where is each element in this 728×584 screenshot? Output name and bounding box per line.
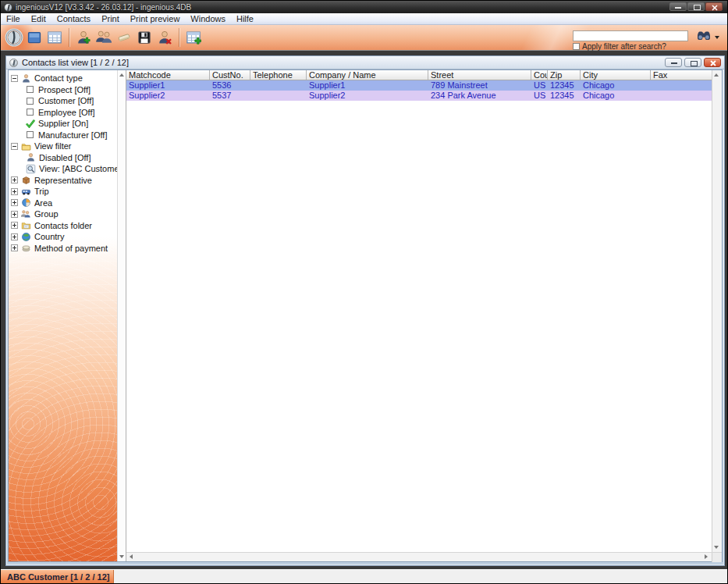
cell-city: Chicago — [581, 80, 651, 91]
table-hscrollbar[interactable] — [126, 552, 722, 561]
child-close-button[interactable] — [704, 58, 721, 67]
column-header-company-name[interactable]: Company / Name — [307, 70, 428, 80]
tree-scrollbar[interactable] — [117, 70, 126, 561]
tree-group-contacts-folder[interactable]: Contacts folder — [9, 220, 117, 232]
cell-zip: 12345 — [548, 91, 581, 101]
table-scroll-left-icon[interactable] — [130, 554, 133, 559]
magnifier-icon — [26, 164, 37, 174]
tree-group-group[interactable]: Group — [9, 208, 117, 220]
checkbox-icon[interactable] — [27, 86, 34, 93]
table-row[interactable]: Supplier15536Supplier1789 MainstreetUS12… — [126, 80, 712, 91]
tree-item-view-abc-customer-[interactable]: View: [ABC Customer] — [9, 163, 117, 175]
expand-icon[interactable] — [11, 211, 18, 218]
tree-group-country[interactable]: Country — [9, 231, 117, 243]
collapse-icon[interactable] — [11, 143, 18, 150]
mdi-area: Contacts list view [1 / 2 / 12] Contact … — [1, 51, 727, 569]
minimize-button[interactable] — [669, 2, 687, 11]
tree-item-customer-off-[interactable]: Customer [Off] — [9, 95, 117, 107]
delete-contact-button[interactable] — [154, 27, 175, 48]
search-input[interactable] — [573, 30, 688, 41]
collapse-icon[interactable] — [11, 75, 18, 82]
table-body: Supplier15536Supplier1789 MainstreetUS12… — [126, 80, 712, 552]
menu-print-preview[interactable]: Print preview — [125, 13, 186, 24]
list-view-button[interactable] — [24, 27, 44, 48]
column-header-matchcode[interactable]: Matchcode — [126, 70, 210, 80]
menu-contacts[interactable]: Contacts — [51, 13, 96, 24]
table-scroll-down-icon[interactable] — [714, 546, 719, 549]
search-dropdown-caret-icon[interactable] — [715, 36, 719, 39]
tree-item-disabled-off-[interactable]: Disabled [Off] — [9, 152, 117, 164]
tree-group-label: Group — [34, 209, 59, 219]
checkbox-icon[interactable] — [27, 131, 34, 138]
cell-custno-: 5537 — [210, 91, 250, 101]
menu-edit[interactable]: Edit — [26, 13, 51, 24]
table-view-button[interactable] — [44, 27, 65, 48]
save-button[interactable] — [134, 27, 154, 48]
eraser-button[interactable] — [114, 27, 134, 48]
menu-hilfe[interactable]: Hilfe — [231, 13, 259, 24]
child-window-icon — [9, 59, 18, 67]
tree-item-label: Manufacturer [Off] — [38, 130, 107, 140]
expand-icon[interactable] — [11, 222, 18, 229]
tree-group-label: Country — [34, 232, 65, 241]
toolbar-separator — [179, 28, 179, 47]
column-header-street[interactable]: Street — [428, 70, 531, 80]
expand-icon[interactable] — [11, 188, 18, 195]
close-button[interactable] — [705, 2, 723, 11]
new-list-button[interactable] — [183, 27, 204, 48]
table-scroll-up-icon[interactable] — [714, 73, 719, 77]
tree-group-representative[interactable]: Representative — [9, 175, 117, 187]
tree-group-trip[interactable]: Trip — [9, 186, 117, 198]
tree-item-employee-off-[interactable]: Employee [Off] — [9, 107, 117, 119]
car-icon — [21, 187, 32, 197]
tree-group-label: Method of payment — [34, 244, 108, 253]
add-contact-button[interactable] — [73, 27, 94, 48]
child-titlebar[interactable]: Contacts list view [1 / 2 / 12] — [6, 56, 724, 69]
globe-icon — [21, 232, 32, 242]
contacts-table: MatchcodeCustNo.TelephoneCompany / NameS… — [126, 70, 722, 561]
column-header-custno-[interactable]: CustNo. — [210, 70, 250, 80]
search-button[interactable] — [696, 30, 719, 45]
tree-group-area[interactable]: Area — [9, 198, 117, 209]
tree-group-method-of-payment[interactable]: Method of payment — [9, 243, 117, 255]
expand-icon[interactable] — [11, 199, 18, 206]
table-row[interactable]: Supplier25537Supplier2234 Park AvenueUS1… — [126, 91, 712, 101]
menu-windows[interactable]: Windows — [185, 13, 231, 24]
column-header-coun[interactable]: Coun — [531, 70, 548, 80]
checkbox-icon[interactable] — [27, 109, 34, 116]
expand-icon[interactable] — [11, 176, 18, 183]
tree-scroll-up-icon[interactable] — [119, 73, 124, 77]
menu-print[interactable]: Print — [96, 13, 125, 24]
checkbox-icon[interactable] — [27, 98, 34, 105]
status-view-tab[interactable]: ABC Customer [1 / 2 / 12] — [1, 570, 114, 583]
window-controls — [669, 2, 723, 11]
tree-group-view-filter[interactable]: View filter — [9, 141, 117, 152]
apply-filter-checkbox[interactable] — [573, 43, 580, 50]
cell-coun: US — [531, 80, 548, 91]
column-header-city[interactable]: City — [581, 70, 651, 80]
cell-company-name: Supplier1 — [307, 80, 428, 91]
expand-icon[interactable] — [11, 233, 18, 240]
table-scroll-right-icon[interactable] — [705, 554, 708, 559]
tree-item-manufacturer-off-[interactable]: Manufacturer [Off] — [9, 130, 117, 141]
checkmark-on-icon[interactable] — [26, 119, 35, 128]
child-maximize-button[interactable] — [684, 58, 701, 67]
contacts-list-window: Contacts list view [1 / 2 / 12] Contact … — [5, 55, 725, 566]
menu-file[interactable]: File — [1, 13, 26, 24]
child-minimize-button[interactable] — [665, 58, 682, 67]
column-header-zip[interactable]: Zip — [548, 70, 581, 80]
tree-item-prospect-off-[interactable]: Prospect [Off] — [9, 84, 117, 96]
cell-city: Chicago — [581, 91, 651, 101]
tree-group-contact-type[interactable]: Contact type — [9, 73, 117, 84]
tree-group-label: Trip — [34, 187, 49, 196]
column-header-fax[interactable]: Fax — [651, 70, 712, 80]
contacts-button[interactable] — [94, 27, 114, 48]
column-header-telephone[interactable]: Telephone — [250, 70, 307, 80]
restore-button[interactable] — [687, 2, 705, 11]
cell-fax — [651, 80, 712, 91]
tree-scroll-down-icon[interactable] — [119, 555, 124, 558]
tree-item-supplier-on-[interactable]: Supplier [On] — [9, 118, 117, 130]
expand-icon[interactable] — [11, 244, 18, 251]
tree-item-label: Employee [Off] — [38, 108, 95, 117]
table-vscrollbar[interactable] — [712, 70, 722, 552]
